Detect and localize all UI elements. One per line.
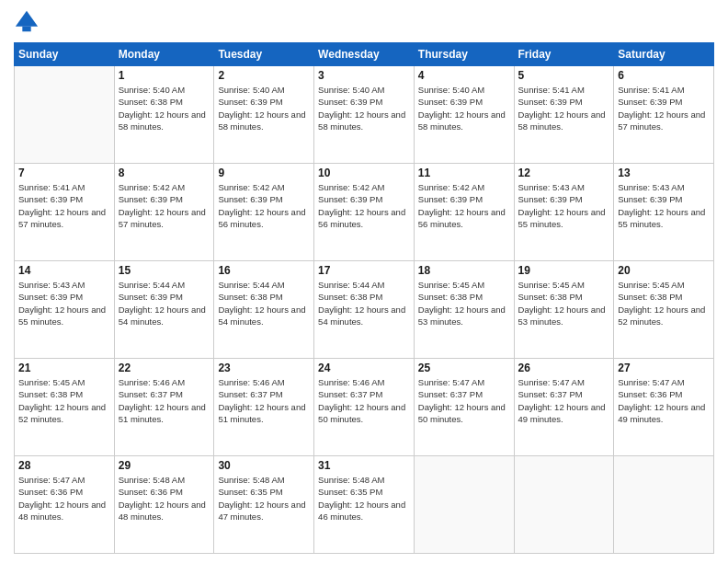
- calendar-cell: 14Sunrise: 5:43 AM Sunset: 6:39 PM Dayli…: [15, 261, 115, 359]
- day-number: 5: [518, 69, 610, 82]
- day-info: Sunrise: 5:48 AM Sunset: 6:36 PM Dayligh…: [119, 474, 210, 523]
- day-info: Sunrise: 5:47 AM Sunset: 6:37 PM Dayligh…: [418, 376, 510, 425]
- calendar-cell: 30Sunrise: 5:48 AM Sunset: 6:35 PM Dayli…: [214, 456, 314, 554]
- day-info: Sunrise: 5:40 AM Sunset: 6:39 PM Dayligh…: [218, 84, 310, 132]
- calendar-cell: [614, 456, 714, 554]
- calendar-cell: 17Sunrise: 5:44 AM Sunset: 6:38 PM Dayli…: [314, 261, 415, 359]
- day-info: Sunrise: 5:48 AM Sunset: 6:35 PM Dayligh…: [318, 474, 410, 523]
- day-number: 2: [218, 69, 310, 82]
- day-number: 17: [318, 264, 410, 277]
- calendar-cell: 24Sunrise: 5:46 AM Sunset: 6:37 PM Dayli…: [314, 359, 415, 456]
- day-number: 24: [318, 362, 410, 374]
- calendar-cell: 19Sunrise: 5:45 AM Sunset: 6:38 PM Dayli…: [514, 261, 614, 359]
- page: Sunday Monday Tuesday Wednesday Thursday…: [0, 0, 728, 563]
- day-info: Sunrise: 5:40 AM Sunset: 6:39 PM Dayligh…: [318, 84, 410, 132]
- calendar-cell: 7Sunrise: 5:41 AM Sunset: 6:39 PM Daylig…: [15, 164, 115, 261]
- calendar-cell: 21Sunrise: 5:45 AM Sunset: 6:38 PM Dayli…: [15, 359, 115, 456]
- day-info: Sunrise: 5:47 AM Sunset: 6:37 PM Dayligh…: [518, 376, 610, 425]
- day-info: Sunrise: 5:45 AM Sunset: 6:38 PM Dayligh…: [418, 279, 510, 327]
- day-info: Sunrise: 5:44 AM Sunset: 6:39 PM Dayligh…: [119, 279, 210, 327]
- day-number: 10: [318, 167, 410, 179]
- calendar-cell: 27Sunrise: 5:47 AM Sunset: 6:36 PM Dayli…: [614, 359, 714, 456]
- day-info: Sunrise: 5:43 AM Sunset: 6:39 PM Dayligh…: [618, 181, 710, 230]
- calendar-cell: 22Sunrise: 5:46 AM Sunset: 6:37 PM Dayli…: [114, 359, 214, 456]
- day-info: Sunrise: 5:48 AM Sunset: 6:35 PM Dayligh…: [218, 474, 310, 523]
- day-info: Sunrise: 5:47 AM Sunset: 6:36 PM Dayligh…: [18, 474, 110, 523]
- day-number: 25: [418, 362, 510, 374]
- day-info: Sunrise: 5:42 AM Sunset: 6:39 PM Dayligh…: [318, 181, 410, 230]
- day-info: Sunrise: 5:41 AM Sunset: 6:39 PM Dayligh…: [18, 181, 110, 230]
- day-info: Sunrise: 5:46 AM Sunset: 6:37 PM Dayligh…: [119, 376, 210, 425]
- day-number: 22: [119, 362, 210, 374]
- calendar-cell: 18Sunrise: 5:45 AM Sunset: 6:38 PM Dayli…: [414, 261, 514, 359]
- day-number: 14: [18, 264, 110, 277]
- day-number: 23: [218, 362, 310, 374]
- calendar-cell: 6Sunrise: 5:41 AM Sunset: 6:39 PM Daylig…: [614, 66, 714, 164]
- day-number: 27: [618, 362, 710, 374]
- day-number: 18: [418, 264, 510, 277]
- col-wednesday: Wednesday: [314, 43, 415, 66]
- day-number: 12: [518, 167, 610, 179]
- col-friday: Friday: [514, 43, 614, 66]
- calendar-cell: 8Sunrise: 5:42 AM Sunset: 6:39 PM Daylig…: [114, 164, 214, 261]
- day-number: 11: [418, 167, 510, 179]
- calendar-cell: 15Sunrise: 5:44 AM Sunset: 6:39 PM Dayli…: [114, 261, 214, 359]
- day-number: 4: [418, 69, 510, 82]
- day-info: Sunrise: 5:44 AM Sunset: 6:38 PM Dayligh…: [218, 279, 310, 327]
- day-info: Sunrise: 5:46 AM Sunset: 6:37 PM Dayligh…: [218, 376, 310, 425]
- day-info: Sunrise: 5:46 AM Sunset: 6:37 PM Dayligh…: [318, 376, 410, 425]
- logo: [14, 9, 43, 35]
- day-number: 26: [518, 362, 610, 374]
- calendar-cell: 3Sunrise: 5:40 AM Sunset: 6:39 PM Daylig…: [314, 66, 415, 164]
- header: [14, 9, 714, 35]
- day-number: 21: [18, 362, 110, 374]
- day-info: Sunrise: 5:41 AM Sunset: 6:39 PM Dayligh…: [618, 84, 710, 132]
- day-info: Sunrise: 5:41 AM Sunset: 6:39 PM Dayligh…: [518, 84, 610, 132]
- day-number: 30: [218, 459, 310, 472]
- day-number: 7: [18, 167, 110, 179]
- calendar-cell: 31Sunrise: 5:48 AM Sunset: 6:35 PM Dayli…: [314, 456, 415, 554]
- col-monday: Monday: [114, 43, 214, 66]
- calendar-cell: 10Sunrise: 5:42 AM Sunset: 6:39 PM Dayli…: [314, 164, 415, 261]
- calendar-week-row: 7Sunrise: 5:41 AM Sunset: 6:39 PM Daylig…: [15, 164, 714, 261]
- day-number: 1: [119, 69, 210, 82]
- day-number: 28: [18, 459, 110, 472]
- day-number: 16: [218, 264, 310, 277]
- day-info: Sunrise: 5:45 AM Sunset: 6:38 PM Dayligh…: [518, 279, 610, 327]
- day-info: Sunrise: 5:47 AM Sunset: 6:36 PM Dayligh…: [618, 376, 710, 425]
- calendar-cell: 12Sunrise: 5:43 AM Sunset: 6:39 PM Dayli…: [514, 164, 614, 261]
- day-info: Sunrise: 5:44 AM Sunset: 6:38 PM Dayligh…: [318, 279, 410, 327]
- svg-rect-1: [22, 27, 30, 32]
- calendar-cell: 5Sunrise: 5:41 AM Sunset: 6:39 PM Daylig…: [514, 66, 614, 164]
- day-number: 15: [119, 264, 210, 277]
- logo-icon: [14, 9, 40, 35]
- calendar-week-row: 14Sunrise: 5:43 AM Sunset: 6:39 PM Dayli…: [15, 261, 714, 359]
- col-sunday: Sunday: [15, 43, 115, 66]
- day-number: 29: [119, 459, 210, 472]
- calendar-cell: 2Sunrise: 5:40 AM Sunset: 6:39 PM Daylig…: [214, 66, 314, 164]
- col-thursday: Thursday: [414, 43, 514, 66]
- day-info: Sunrise: 5:42 AM Sunset: 6:39 PM Dayligh…: [119, 181, 210, 230]
- day-number: 6: [618, 69, 710, 82]
- calendar-cell: 25Sunrise: 5:47 AM Sunset: 6:37 PM Dayli…: [414, 359, 514, 456]
- calendar-week-row: 21Sunrise: 5:45 AM Sunset: 6:38 PM Dayli…: [15, 359, 714, 456]
- calendar-cell: [15, 66, 115, 164]
- day-info: Sunrise: 5:42 AM Sunset: 6:39 PM Dayligh…: [218, 181, 310, 230]
- calendar-table: Sunday Monday Tuesday Wednesday Thursday…: [14, 42, 714, 554]
- calendar-cell: 28Sunrise: 5:47 AM Sunset: 6:36 PM Dayli…: [15, 456, 115, 554]
- day-info: Sunrise: 5:42 AM Sunset: 6:39 PM Dayligh…: [418, 181, 510, 230]
- calendar-cell: [514, 456, 614, 554]
- calendar-week-row: 28Sunrise: 5:47 AM Sunset: 6:36 PM Dayli…: [15, 456, 714, 554]
- day-number: 31: [318, 459, 410, 472]
- calendar-week-row: 1Sunrise: 5:40 AM Sunset: 6:38 PM Daylig…: [15, 66, 714, 164]
- day-info: Sunrise: 5:40 AM Sunset: 6:38 PM Dayligh…: [119, 84, 210, 132]
- day-info: Sunrise: 5:45 AM Sunset: 6:38 PM Dayligh…: [18, 376, 110, 425]
- day-info: Sunrise: 5:43 AM Sunset: 6:39 PM Dayligh…: [518, 181, 610, 230]
- svg-marker-0: [16, 11, 38, 27]
- day-number: 20: [618, 264, 710, 277]
- calendar-cell: 29Sunrise: 5:48 AM Sunset: 6:36 PM Dayli…: [114, 456, 214, 554]
- calendar-cell: 13Sunrise: 5:43 AM Sunset: 6:39 PM Dayli…: [614, 164, 714, 261]
- day-number: 3: [318, 69, 410, 82]
- day-info: Sunrise: 5:43 AM Sunset: 6:39 PM Dayligh…: [18, 279, 110, 327]
- calendar-cell: 26Sunrise: 5:47 AM Sunset: 6:37 PM Dayli…: [514, 359, 614, 456]
